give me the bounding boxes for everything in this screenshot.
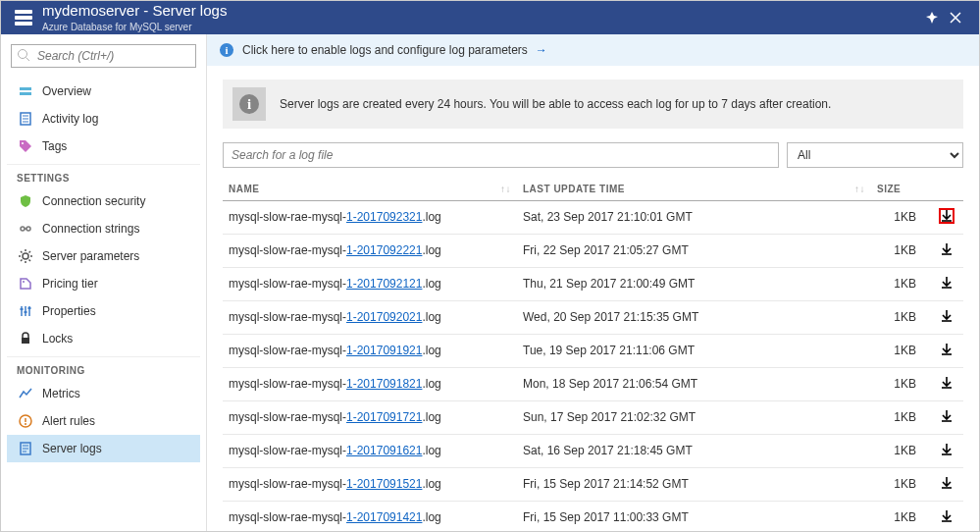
sidebar-item-server-logs[interactable]: Server logs (7, 435, 200, 462)
lock-icon (17, 330, 34, 347)
log-link[interactable]: 1-2017091721 (346, 410, 422, 424)
log-updated-cell: Wed, 20 Sep 2017 21:15:35 GMT (517, 300, 871, 334)
blade-subtitle: Azure Database for MySQL server (42, 22, 227, 32)
col-last-update[interactable]: LAST UPDATE TIME↑↓ (517, 178, 871, 201)
download-button[interactable] (939, 308, 954, 324)
download-button[interactable] (939, 475, 954, 491)
sidebar-item-overview[interactable]: Overview (7, 78, 200, 105)
log-updated-cell: Thu, 21 Sep 2017 21:00:49 GMT (517, 267, 871, 300)
table-row: mysql-slow-rae-mysql-1-2017091421.logFri… (223, 501, 963, 531)
log-name-cell: mysql-slow-rae-mysql-1-2017091821.log (223, 367, 517, 400)
download-icon (939, 308, 954, 324)
log-name-cell: mysql-slow-rae-mysql-1-2017091521.log (223, 467, 517, 501)
pin-button[interactable] (920, 12, 944, 24)
logs-icon (17, 440, 34, 457)
connstr-icon (17, 220, 34, 238)
log-updated-cell: Sat, 23 Sep 2017 21:10:01 GMT (517, 200, 871, 234)
log-name-cell: mysql-slow-rae-mysql-1-2017092321.log (223, 200, 517, 234)
sidebar-item-label: Overview (42, 84, 91, 98)
log-updated-cell: Sat, 16 Sep 2017 21:18:45 GMT (517, 434, 871, 467)
metrics-icon (17, 385, 34, 402)
sidebar-search-input[interactable] (11, 44, 196, 68)
notice-text: Click here to enable logs and configure … (242, 43, 528, 57)
main: i Click here to enable logs and configur… (207, 34, 979, 531)
log-updated-cell: Fri, 15 Sep 2017 11:00:33 GMT (517, 501, 871, 531)
log-link[interactable]: 1-2017092321 (346, 210, 422, 224)
blade-header: mydemoserver - Server logs Azure Databas… (1, 1, 979, 34)
enable-logs-notice[interactable]: i Click here to enable logs and configur… (207, 34, 979, 66)
sidebar-item-label: Connection strings (42, 222, 139, 236)
log-link[interactable]: 1-2017091521 (346, 477, 422, 491)
sidebar-item-connection-security[interactable]: Connection security (7, 187, 200, 215)
sidebar-item-connection-strings[interactable]: Connection strings (7, 215, 200, 242)
table-row: mysql-slow-rae-mysql-1-2017091721.logSun… (223, 400, 963, 434)
sort-icon: ↑↓ (500, 184, 511, 194)
nav-group-title: SETTINGS (7, 164, 200, 187)
svg-rect-2 (15, 22, 32, 26)
log-updated-cell: Sun, 17 Sep 2017 21:02:32 GMT (517, 400, 871, 434)
log-updated-cell: Tue, 19 Sep 2017 21:11:06 GMT (517, 334, 871, 367)
props-icon (17, 302, 34, 320)
download-icon (939, 408, 954, 424)
col-name[interactable]: NAME↑↓ (223, 178, 517, 201)
svg-rect-30 (28, 307, 31, 309)
download-button[interactable] (939, 342, 954, 357)
sidebar-item-label: Pricing tier (42, 277, 98, 291)
log-link[interactable]: 1-2017091921 (346, 344, 422, 357)
log-size-cell: 1KB (871, 267, 930, 300)
log-link[interactable]: 1-2017091421 (346, 510, 422, 524)
log-name-cell: mysql-slow-rae-mysql-1-2017091921.log (223, 334, 517, 367)
nav-group-title: MONITORING (7, 356, 200, 380)
alert-icon (17, 412, 34, 430)
svg-rect-6 (20, 92, 31, 95)
sidebar-item-label: Connection security (42, 194, 145, 208)
sort-icon: ↑↓ (854, 184, 865, 194)
log-link[interactable]: 1-2017091821 (346, 377, 422, 391)
log-size-cell: 1KB (871, 367, 930, 400)
svg-point-12 (21, 227, 25, 231)
log-search-input[interactable] (223, 142, 779, 168)
svg-line-4 (26, 58, 30, 62)
sidebar-item-pricing-tier[interactable]: Pricing tier (7, 270, 200, 297)
sidebar-item-metrics[interactable]: Metrics (7, 380, 200, 407)
log-link[interactable]: 1-2017092121 (346, 277, 422, 291)
col-size[interactable]: SIZE (871, 178, 930, 201)
log-link[interactable]: 1-2017091621 (346, 444, 422, 457)
log-size-cell: 1KB (871, 300, 930, 334)
log-size-cell: 1KB (871, 400, 930, 434)
download-button[interactable] (939, 508, 954, 524)
arrow-right-icon: → (536, 43, 547, 57)
log-filter-dropdown[interactable]: All (787, 142, 963, 168)
download-button[interactable] (939, 275, 954, 291)
sidebar-item-server-parameters[interactable]: Server parameters (7, 242, 200, 270)
sidebar-item-alert-rules[interactable]: Alert rules (7, 407, 200, 435)
sidebar-search[interactable] (11, 44, 196, 68)
sidebar-item-locks[interactable]: Locks (7, 325, 200, 352)
overview-icon (17, 82, 34, 100)
sidebar-item-tags[interactable]: Tags (7, 133, 200, 160)
svg-point-34 (25, 423, 26, 425)
table-row: mysql-slow-rae-mysql-1-2017091621.logSat… (223, 434, 963, 467)
sidebar-item-activity-log[interactable]: Activity log (7, 105, 200, 133)
download-button[interactable] (939, 442, 954, 457)
close-button[interactable] (944, 12, 967, 24)
svg-rect-28 (21, 308, 24, 310)
download-button[interactable] (939, 375, 954, 391)
download-icon (939, 508, 954, 524)
sidebar-item-label: Alert rules (42, 414, 95, 428)
log-link[interactable]: 1-2017092021 (346, 310, 422, 324)
mysql-server-icon (13, 7, 34, 28)
log-updated-cell: Mon, 18 Sep 2017 21:06:54 GMT (517, 367, 871, 400)
log-link[interactable]: 1-2017092221 (346, 243, 422, 257)
download-button[interactable] (939, 241, 954, 257)
svg-rect-0 (15, 10, 32, 14)
log-size-cell: 1KB (871, 234, 930, 267)
log-name-cell: mysql-slow-rae-mysql-1-2017091421.log (223, 501, 517, 531)
search-icon (17, 48, 30, 62)
svg-line-20 (21, 251, 23, 253)
sidebar-item-properties[interactable]: Properties (7, 297, 200, 325)
download-button[interactable] (939, 408, 954, 424)
table-row: mysql-slow-rae-mysql-1-2017091521.logFri… (223, 467, 963, 501)
download-icon (939, 375, 954, 391)
download-button[interactable] (939, 208, 954, 224)
